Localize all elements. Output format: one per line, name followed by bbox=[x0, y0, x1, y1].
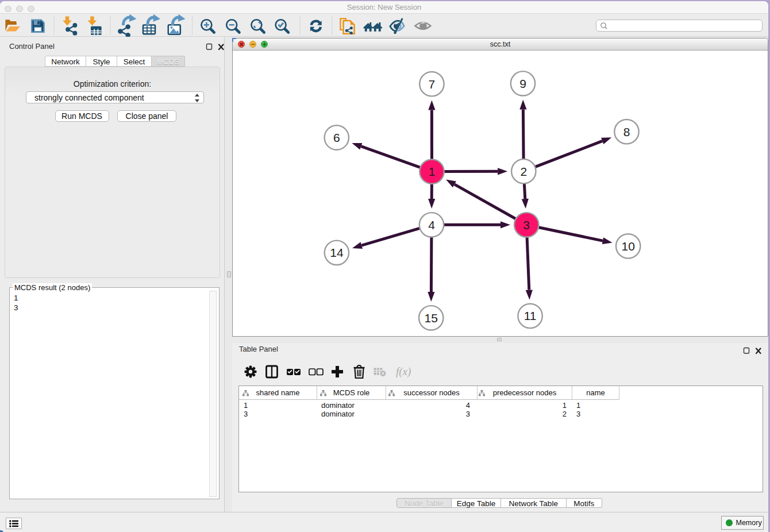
svg-text:6: 6 bbox=[333, 131, 340, 144]
svg-text:7: 7 bbox=[428, 78, 435, 91]
svg-text:3: 3 bbox=[523, 218, 530, 232]
svg-text:8: 8 bbox=[623, 125, 630, 138]
svg-text:9: 9 bbox=[519, 77, 526, 90]
svg-text:2: 2 bbox=[520, 165, 527, 178]
svg-text:10: 10 bbox=[621, 240, 634, 253]
svg-text:1: 1 bbox=[428, 165, 435, 178]
svg-text:14: 14 bbox=[330, 246, 344, 259]
svg-text:4: 4 bbox=[428, 218, 435, 232]
svg-text:15: 15 bbox=[424, 311, 437, 325]
svg-text:11: 11 bbox=[523, 309, 536, 322]
